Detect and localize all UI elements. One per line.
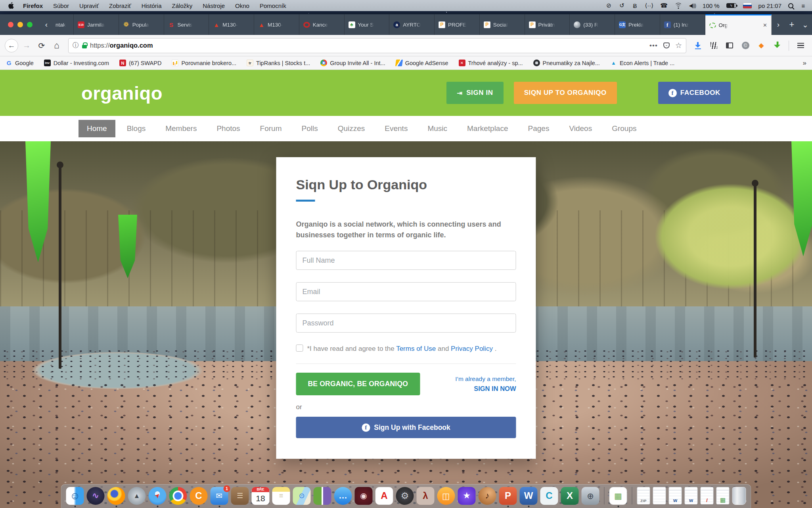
bookmark-item-4[interactable]: trTipRanks | Stocks t... [247,60,310,66]
download-helper-icon[interactable] [770,39,784,52]
dock-zip-file[interactable]: ZIP [637,487,650,504]
menu-zalozky[interactable]: Záložky [167,2,198,9]
dock-chrome[interactable] [169,487,187,505]
wifi-icon[interactable] [674,3,682,9]
dock-document-3[interactable]: w [685,487,698,504]
scroll-tabs-left-icon[interactable]: ‹ [40,14,53,35]
bookmark-item-9[interactable]: ▲Econ Alerts | Trade ... [610,60,674,66]
bookmark-item-5[interactable]: Group Invite All - Int... [320,60,385,66]
nav-item-events[interactable]: Events [376,120,416,137]
bookmark-item-6[interactable]: Google AdSense [396,60,448,66]
url-text[interactable]: https://organiqo.com [90,42,646,49]
list-all-tabs-icon[interactable]: ⌄ [799,14,812,35]
dock-firefox[interactable] [107,487,125,505]
terms-of-use-link[interactable]: Terms of Use [396,345,436,352]
hamburger-menu-icon[interactable] [794,39,807,52]
dock-safari[interactable]: ➤ [149,487,167,505]
browser-tab-5[interactable]: ▲M130- [254,14,299,35]
menu-okno[interactable]: Okno [230,2,255,9]
menu-upravit[interactable]: Upraviť [74,2,104,9]
nav-item-videos[interactable]: Videos [561,120,600,137]
dock-imovie[interactable]: ★ [458,487,476,505]
dock-photos-stack[interactable]: ▦ [609,487,627,505]
browser-tab-4[interactable]: ▲M130- [209,14,254,35]
dock-word[interactable]: W [520,487,538,505]
dock-c-app[interactable]: C [540,487,558,505]
menu-zobrazit[interactable]: Zobraziť [104,2,136,9]
browser-tab-10[interactable]: PSocial [480,14,525,35]
bookmark-item-0[interactable]: GGoogle [6,60,34,66]
downloads-icon[interactable] [691,39,705,52]
menu-pomocnik[interactable]: Pomocník [255,2,291,9]
dock-document-1[interactable] [653,487,666,504]
do-not-disturb-icon[interactable]: ⊘ [605,2,612,9]
sign-in-now-link[interactable]: SIGN IN NOW [455,385,516,393]
dock-cryptocompare[interactable]: C [190,487,208,505]
page-actions-icon[interactable]: ••• [649,42,658,50]
menu-nastroje[interactable]: Nástroje [197,2,230,9]
browser-tab-9[interactable]: PPROFE [435,14,480,35]
nav-item-forum[interactable]: Forum [252,120,290,137]
pocket-icon[interactable]: ⌄ [663,42,670,48]
code-brackets-icon[interactable]: ⟨··⟩ [645,2,653,9]
notification-center-icon[interactable]: ≡ [800,2,806,9]
browser-tab-12[interactable]: (33) R [570,14,615,35]
nav-item-groups[interactable]: Groups [603,120,645,137]
browser-tab-7[interactable]: ♣Your S [345,14,390,35]
bookmark-item-7[interactable]: ✕Trhové analýzy - sp... [459,60,523,66]
sign-up-button[interactable]: SIQN UP TO ORGANIQO [514,82,617,104]
browser-tab-13[interactable]: G文Prekla [615,14,660,35]
time-machine-icon[interactable]: ↺ [619,2,625,9]
new-tab-button[interactable]: + [785,14,799,35]
dock-maps[interactable]: ⊙ [293,487,311,505]
browser-tab-11[interactable]: PPrivátn [525,14,570,35]
reload-button[interactable]: ⟳ [35,39,48,52]
dock-siri[interactable]: ∿ [87,487,105,505]
scroll-tabs-right-icon[interactable]: › [772,14,785,35]
dock-notebooks[interactable] [314,487,331,505]
dock-acrobat[interactable]: A [375,487,393,505]
dock-ibooks[interactable]: ◫ [437,487,455,505]
full-name-field[interactable] [296,251,516,270]
extension-c-icon[interactable]: © [739,39,752,52]
battery-icon[interactable]: ϟ [726,3,736,8]
dock-contacts[interactable]: ☰ [231,487,249,505]
dock-powerpoint[interactable]: P [499,487,517,505]
nav-item-music[interactable]: Music [419,120,456,137]
bookmark-item-2[interactable]: N(67) SWAPD [119,60,161,66]
menu-app-name[interactable]: Firefox [18,2,48,9]
nav-item-pages[interactable]: Pages [520,120,558,137]
password-field[interactable] [296,314,516,333]
back-button[interactable]: ← [5,39,18,52]
apple-menu-icon[interactable] [8,2,14,9]
home-button[interactable]: ⌂ [50,39,63,52]
dock-messages[interactable]: … [334,487,352,505]
dock-finder[interactable]: ☺ [66,487,84,505]
browser-tab-14[interactable]: f(1) Inz [660,14,705,35]
dock-photo-booth[interactable]: ◉ [355,487,373,505]
zoom-window-button[interactable] [27,22,33,27]
dock-reader[interactable]: λ [417,487,435,505]
site-info-icon[interactable]: ⓘ [73,41,79,50]
dock-notes[interactable]: ≡ [272,487,290,505]
organiqo-logo[interactable]: organiqo [81,82,163,104]
dock-document-5[interactable]: ▦ [716,487,730,504]
nav-item-marketplace[interactable]: Marketplace [459,120,517,137]
slovak-flag-icon[interactable] [743,3,752,8]
browser-tab-15[interactable]: Org✕ [705,14,772,35]
bookmarks-overflow-icon[interactable]: » [803,59,806,67]
forward-button[interactable]: → [20,39,33,52]
be-organic-submit-button[interactable]: BE ORGANIC, BE ORGANIQO [296,373,420,395]
dock-remote-desktop[interactable]: ⊕ [582,487,599,505]
dock-document-2[interactable]: w [669,487,682,504]
browser-tab-2[interactable]: ❁Popula [119,14,164,35]
metamask-fox-icon[interactable]: ◆ [755,39,768,52]
menu-subor[interactable]: Súbor [48,2,74,9]
bluetooth-icon[interactable]: Ƀ [632,2,638,9]
browser-tab-6[interactable]: Kance [299,14,345,35]
spotlight-search-icon[interactable] [788,3,793,8]
nav-item-photos[interactable]: Photos [208,120,248,137]
dock-settings-wheel[interactable]: ⚙ [396,487,414,505]
dock-garageband[interactable]: ♪ [479,487,496,505]
browser-tab-0[interactable]: ntak [53,14,74,35]
